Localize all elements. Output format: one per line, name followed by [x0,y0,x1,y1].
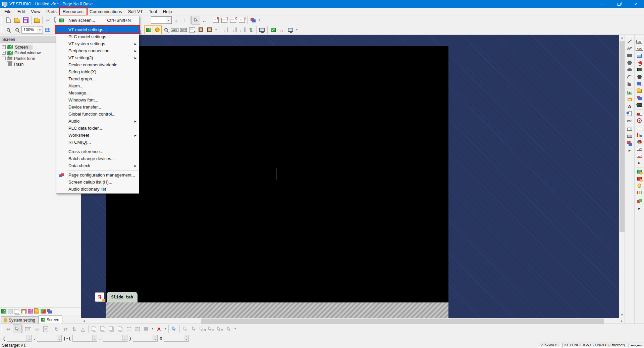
tool-utility-button[interactable] [269,25,277,34]
zoom-out-button[interactable] [13,25,21,34]
select-screen-button[interactable] [192,16,200,24]
tool-arc-button[interactable] [626,73,634,80]
counter-list-button[interactable]: CNT [179,25,188,34]
menu-item-vt-system-settings[interactable]: VT system settings▶ [56,40,139,47]
font-dropdown[interactable]: ▾ [163,325,167,333]
select-tool-button[interactable] [13,325,21,333]
part-switch-green-button[interactable] [635,168,644,175]
transfer-usb-button[interactable]: → [229,25,238,34]
parts-library-button[interactable] [205,25,214,34]
toolbar-grip[interactable] [627,36,633,37]
screen-preview-button[interactable]: ● [188,25,197,34]
select-all-button[interactable] [181,325,190,333]
part-analog-meter-button[interactable] [635,117,644,124]
menu-item-global-function-control[interactable]: Global function control... [56,111,139,118]
editor-canvas[interactable]: ⇅ Slide tab ▲ ▼ ◄ ► [81,35,625,324]
menu-item-data-check[interactable]: Data check▶ [56,162,139,169]
screen-page-canvas[interactable] [106,46,448,302]
part-text-display-button[interactable]: ABC [635,45,644,52]
flip-vertical-button[interactable]: ⇅ [70,325,78,333]
slide-tab-handle-icon[interactable]: ⇅ [95,292,104,302]
menu-item-plc-model-settings[interactable]: PLC model settings... [56,33,139,40]
menu-item-device-comment-variable[interactable]: Device comment/variable... [56,61,139,68]
menu-view[interactable]: View [28,8,43,15]
window-list-dropdown[interactable]: ▾ [257,16,261,24]
part-bar-graph-button[interactable] [635,131,644,138]
menu-tool[interactable]: Tool [146,8,160,15]
transfer-verify-button[interactable]: ⇅ [247,25,255,34]
part-remote-screen-button[interactable] [635,94,644,101]
tool-sector-button[interactable] [626,80,634,87]
export-screen-button[interactable] [34,309,39,314]
select-dropdown[interactable]: ▾ [233,325,237,333]
tool-polygon-button[interactable] [626,59,634,66]
tool-table-filled-button[interactable] [626,133,634,140]
toolbar-grip[interactable] [1,16,3,24]
move-up-button[interactable]: ↑ [180,16,189,24]
draw-tools-more-button[interactable]: ▶ [626,147,634,154]
copy-screen-button[interactable] [14,309,19,314]
horizontal-scrollbar[interactable]: ◄ ► [81,318,625,324]
tool-ellipse-button[interactable] [626,66,634,73]
vertical-scroll-thumb[interactable] [620,41,625,232]
select-graph-button[interactable] [216,325,224,333]
edit-screen-button[interactable] [28,309,33,314]
screen-3-button[interactable]: 3 [237,16,246,24]
part-comment-display-button[interactable] [635,52,644,59]
base-screen-button[interactable]: B [211,16,220,24]
scroll-right-button[interactable]: ► [619,318,625,324]
part-data-transfer-button[interactable]: ← [635,80,644,87]
menu-resources[interactable]: Resources [60,8,87,15]
grid-list-button[interactable] [8,309,13,314]
menu-item-vt-model-settings[interactable]: VT model settings... [56,26,139,33]
delete-button[interactable]: × [41,325,50,333]
edit-mode-button[interactable] [144,25,153,34]
part-window-button[interactable] [635,198,644,205]
toolbar-grip[interactable] [636,36,642,37]
send-backward-button[interactable] [98,325,107,333]
select-same-type-button[interactable] [190,325,198,333]
scroll-up-button[interactable]: ▲ [619,35,625,41]
menu-edit[interactable]: Edit [14,8,28,15]
coord-width-spinner[interactable]: ▲▼ [133,335,158,342]
coord-x2-spinner[interactable]: ▲▼ [72,335,97,342]
preview-button[interactable] [162,25,170,34]
bring-forward-button[interactable] [90,325,98,333]
part-file-transfer-button[interactable]: ← [635,87,644,94]
menu-item-audio-dictionary-list[interactable]: Audio dictionary list [56,186,139,193]
zoom-level-combo[interactable]: 100% ▾ [21,26,43,33]
screen-2-button[interactable]: 2 [229,16,237,24]
menu-file[interactable]: File [1,8,14,15]
menu-communications[interactable]: Communications [87,8,125,15]
simulator-dropdown[interactable]: ▾ [295,25,299,34]
tool-line-button[interactable] [626,38,634,45]
part-switch-red-button[interactable] [635,175,644,182]
menu-parts[interactable]: Parts [43,8,59,15]
part-audio-button[interactable] [635,59,644,66]
menu-item-cross-reference[interactable]: Cross-reference... [56,148,139,155]
menu-item-rtcm-q[interactable]: RTCM(Q)... [56,139,139,146]
tool-table-button[interactable] [626,126,634,133]
coord-height-spinner[interactable]: ▲▼ [164,335,189,342]
scroll-left-button[interactable]: ◄ [81,318,87,324]
font-change-button[interactable]: A [155,325,163,333]
select-lamp-button[interactable] [207,325,216,333]
menu-item-alarm[interactable]: Alarm... [56,82,139,89]
slide-tab[interactable]: Slide tab [107,292,138,302]
ungroup-button[interactable] [133,325,142,333]
menu-soft-vt[interactable]: Soft-VT [125,8,146,15]
menu-item-audio[interactable]: Audio▶ [56,118,139,125]
part-video-display-button[interactable]: ▶ [635,101,644,108]
menu-item-plc-data-folder[interactable]: PLC data folder... [56,125,139,132]
part-camera-button[interactable] [635,66,644,73]
group-button[interactable] [124,325,133,333]
expander-icon[interactable]: + [2,45,6,49]
switch-parts-more-button[interactable]: ▶ [635,205,644,212]
tool-polyline-button[interactable] [626,45,634,52]
text-list-button[interactable]: ABC [170,25,179,34]
menu-item-batch-change-devices[interactable]: Batch change devices... [56,155,139,162]
scroll-down-button[interactable]: ▼ [619,312,625,318]
grid-button[interactable] [43,25,52,34]
menu-help[interactable]: Help [160,8,175,15]
simulator-button[interactable] [286,25,295,34]
